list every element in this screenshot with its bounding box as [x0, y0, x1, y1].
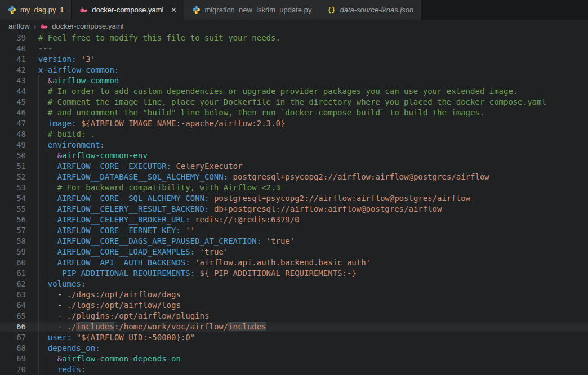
- line-number: 55: [0, 204, 33, 215]
- token-key: AIRFLOW__CORE__EXECUTOR:: [57, 162, 171, 171]
- code-line-content: &airflow-common-depends-on: [33, 354, 588, 364]
- token-anchor: airflow-common-env: [62, 151, 148, 160]
- code-line[interactable]: 55 AIRFLOW__CELERY__RESULT_BACKEND: db+p…: [0, 204, 588, 215]
- indent-guide: [48, 289, 48, 300]
- code-line[interactable]: 61 _PIP_ADDITIONAL_REQUIREMENTS: ${_PIP_…: [0, 268, 588, 279]
- code-line[interactable]: 59 AIRFLOW__CORE__LOAD_EXAMPLES: 'true': [0, 247, 588, 257]
- code-line[interactable]: 41version: '3': [0, 54, 588, 65]
- token-plain: [228, 172, 233, 181]
- token-key: depends_on:: [48, 343, 100, 352]
- breadcrumb-folder[interactable]: airflow: [8, 22, 30, 30]
- indent-guide: [38, 236, 39, 247]
- indent-guide: [38, 343, 39, 354]
- token-plain: [76, 55, 81, 64]
- token-plain: -: [57, 290, 67, 299]
- indent-guide: [48, 182, 48, 193]
- indent-guide: [48, 225, 48, 236]
- indent-guide: [38, 182, 39, 193]
- token-str: ${_PIP_ADDITIONAL_REQUIREMENTS:-}: [200, 269, 357, 278]
- token-key: image:: [48, 119, 77, 128]
- line-number: 39: [0, 33, 33, 43]
- code-line[interactable]: 43 &airflow-common: [0, 75, 588, 86]
- token-key: AIRFLOW__API__AUTH_BACKENDS:: [57, 258, 190, 267]
- line-number: 46: [0, 108, 33, 118]
- tab-migration_new_iskrim_update.py[interactable]: migration_new_iskrim_update.py: [184, 0, 319, 20]
- token-amp: &: [57, 354, 62, 363]
- indent-guide: [38, 204, 39, 215]
- code-line[interactable]: 70 redis:: [0, 364, 588, 375]
- indent-guide: [48, 247, 48, 257]
- code-line[interactable]: 40---: [0, 43, 588, 54]
- code-line[interactable]: 42x-airflow-common:: [0, 65, 588, 75]
- token-str: 'true': [200, 247, 229, 256]
- line-number: 42: [0, 65, 33, 75]
- code-line[interactable]: 54 AIRFLOW__CORE__SQL_ALCHEMY_CONN: post…: [0, 193, 588, 204]
- line-number: 61: [0, 268, 33, 279]
- code-line[interactable]: 47 image: ${AIRFLOW_IMAGE_NAME:-apache/a…: [0, 118, 588, 129]
- code-line-content: - ./plugins:/opt/airflow/plugins: [33, 311, 588, 322]
- code-line-content: - ./includes:/home/work/voc/airflow/incl…: [33, 322, 588, 332]
- token-cmt: # build: .: [48, 130, 95, 139]
- code-line-content: AIRFLOW__CORE__LOAD_EXAMPLES: 'true': [33, 247, 588, 257]
- code-line[interactable]: 56 AIRFLOW__CELERY__BROKER_URL: redis://…: [0, 215, 588, 225]
- code-line[interactable]: 50 &airflow-common-env: [0, 150, 588, 161]
- indent-guide: [38, 97, 39, 108]
- code-line[interactable]: 60 AIRFLOW__API__AUTH_BACKENDS: 'airflow…: [0, 257, 588, 268]
- code-line[interactable]: 62 volumes:: [0, 279, 588, 289]
- code-line[interactable]: 45 # Comment the image line, place your …: [0, 97, 588, 108]
- token-str: 'true': [266, 236, 295, 245]
- line-number: 44: [0, 86, 33, 97]
- line-number: 47: [0, 118, 33, 129]
- editor-window: my_dag.py1docker-compose.yaml×migration_…: [0, 0, 588, 375]
- code-line-content: # In order to add custom dependencies or…: [33, 86, 588, 97]
- tab-data-source-iknas.json[interactable]: {}data-source-iknas.json: [319, 0, 421, 20]
- code-line[interactable]: 39# Feel free to modify this file to sui…: [0, 33, 588, 43]
- tab-my_dag.py[interactable]: my_dag.py1: [0, 0, 72, 20]
- indent-guide: [38, 322, 39, 332]
- code-line[interactable]: 46 # and uncomment the "build" line belo…: [0, 108, 588, 118]
- code-line[interactable]: 64 - ./logs:/opt/airflow/logs: [0, 300, 588, 311]
- code-line[interactable]: 53 # For backward compatibility, with Ai…: [0, 182, 588, 193]
- token-plain: -: [57, 301, 67, 310]
- line-number: 60: [0, 257, 33, 268]
- code-line[interactable]: 58 AIRFLOW__CORE__DAGS_ARE_PAUSED_AT_CRE…: [0, 236, 588, 247]
- code-line-content: AIRFLOW__CORE__FERNET_KEY: '': [33, 225, 588, 236]
- token-str: postgresql+psycopg2://airflow:airflow@po…: [233, 172, 489, 181]
- tab-docker-compose.yaml[interactable]: docker-compose.yaml×: [72, 0, 184, 20]
- breadcrumb-file[interactable]: docker-compose.yaml: [52, 22, 123, 30]
- token-str: ${AIRFLOW_IMAGE_NAME:-apache/airflow:2.3…: [81, 119, 285, 128]
- token-key: volumes:: [48, 279, 86, 288]
- code-line[interactable]: 51 AIRFLOW__CORE__EXECUTOR: CeleryExecut…: [0, 161, 588, 172]
- code-line-content: AIRFLOW__CORE__DAGS_ARE_PAUSED_AT_CREATI…: [33, 236, 588, 247]
- token-amp: &: [57, 151, 62, 160]
- token-plain: -: [57, 322, 67, 331]
- token-key: AIRFLOW__DATABASE__SQL_ALCHEMY_CONN:: [57, 172, 228, 181]
- line-number: 64: [0, 300, 33, 311]
- token-key: version:: [38, 55, 76, 64]
- code-line[interactable]: 65 - ./plugins:/opt/airflow/plugins: [0, 311, 588, 322]
- code-editor[interactable]: 39# Feel free to modify this file to sui…: [0, 33, 588, 375]
- indent-guide: [38, 268, 39, 279]
- indent-guide: [48, 204, 48, 215]
- line-number: 45: [0, 97, 33, 108]
- line-number: 49: [0, 140, 33, 150]
- line-number: 70: [0, 364, 33, 375]
- indent-guide: [48, 311, 48, 322]
- code-line[interactable]: 68 depends_on:: [0, 343, 588, 354]
- code-line[interactable]: 69 &airflow-common-depends-on: [0, 354, 588, 364]
- line-number: 68: [0, 343, 33, 354]
- code-line[interactable]: 49 environment:: [0, 140, 588, 150]
- code-line[interactable]: 67 user: "${AIRFLOW_UID:-50000}:0": [0, 332, 588, 343]
- close-icon[interactable]: ×: [171, 5, 176, 15]
- code-line-content: depends_on:: [33, 343, 588, 354]
- line-number: 54: [0, 193, 33, 204]
- code-line[interactable]: 48 # build: .: [0, 129, 588, 140]
- code-line-current[interactable]: 66 - ./includes:/home/work/voc/airflow/i…: [0, 322, 588, 332]
- code-line[interactable]: 63 - ./dags:/opt/airflow/dags: [0, 289, 588, 300]
- code-line-content: # Feel free to modify this file to suit …: [33, 33, 588, 43]
- code-line[interactable]: 44 # In order to add custom dependencies…: [0, 86, 588, 97]
- code-line[interactable]: 52 AIRFLOW__DATABASE__SQL_ALCHEMY_CONN: …: [0, 172, 588, 182]
- code-line[interactable]: 57 AIRFLOW__CORE__FERNET_KEY: '': [0, 225, 588, 236]
- indent-guide: [38, 172, 39, 182]
- tab-label: migration_new_iskrim_update.py: [204, 6, 311, 14]
